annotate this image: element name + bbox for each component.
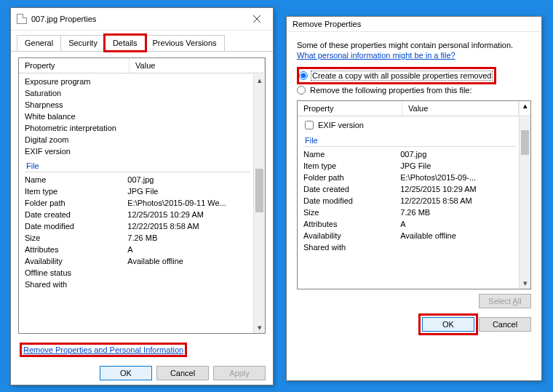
section-file: File [25, 159, 250, 172]
list-item[interactable]: Folder pathE:\Photos\2015-09-... [303, 172, 519, 183]
dialog-buttons: OK Cancel Apply [11, 361, 273, 386]
list-item[interactable]: AvailabilityAvailable offline [25, 255, 253, 267]
file-icon [17, 14, 27, 24]
close-icon [253, 15, 260, 23]
cancel-button[interactable]: Cancel [479, 317, 531, 332]
scroll-up-icon[interactable]: ▴ [254, 74, 265, 86]
cancel-button[interactable]: Cancel [156, 366, 209, 380]
list-body: EXIF version File Name007.jpg Item typeJ… [298, 117, 519, 289]
list-header: Property Value [19, 58, 265, 73]
titlebar: Remove Properties [287, 17, 541, 32]
list-item[interactable]: Size7.26 MB [25, 232, 253, 244]
titlebar: 007.jpg Properties [11, 8, 273, 31]
remove-properties-dialog: Remove Properties Some of these properti… [286, 16, 542, 381]
list-item[interactable]: Size7.26 MB [303, 207, 519, 218]
list-body: Exposure program Saturation Sharpness Wh… [19, 74, 253, 333]
scroll-thumb[interactable] [255, 169, 263, 212]
hint-text: Some of these properties might contain p… [297, 41, 531, 49]
radio-remove-following-label: Remove the following properties from thi… [309, 86, 472, 95]
col-property[interactable]: Property [19, 58, 130, 73]
properties-list: Property Value Exposure program Saturati… [18, 57, 266, 334]
remove-properties-link[interactable]: Remove Properties and Personal Informati… [23, 345, 183, 354]
list-item[interactable]: Name007.jpg [25, 174, 253, 185]
scroll-thumb[interactable] [521, 130, 529, 155]
tab-general[interactable]: General [17, 35, 61, 51]
col-value[interactable]: Value [130, 58, 265, 73]
list-item[interactable]: AttributesA [303, 218, 519, 230]
scroll-down-icon[interactable]: ▾ [254, 321, 265, 333]
tab-previous-versions[interactable]: Previous Versions [145, 35, 225, 51]
scroll-down-icon[interactable]: ▾ [520, 277, 530, 289]
col-property[interactable]: Property [298, 101, 402, 116]
list-item[interactable]: White balance [25, 111, 253, 122]
window-title: Remove Properties [293, 20, 361, 28]
select-all-button: Select All [479, 294, 531, 308]
col-value[interactable]: Value [402, 101, 519, 116]
list-item[interactable]: AttributesA [25, 244, 253, 255]
radio-create-copy-label: Create a copy with all possible properti… [311, 71, 493, 81]
radio-remove-following[interactable]: Remove the following properties from thi… [297, 84, 531, 96]
ok-button[interactable]: OK [422, 317, 474, 332]
scrollbar[interactable]: ▾ [519, 117, 530, 289]
exif-label: EXIF version [318, 121, 364, 129]
list-item[interactable]: AvailabilityAvailable offline [303, 230, 519, 241]
scrollbar[interactable]: ▴ ▾ [253, 74, 265, 333]
list-header: Property Value ▴ [298, 101, 530, 116]
radio-create-copy[interactable]: Create a copy with all possible properti… [299, 69, 493, 82]
list-item[interactable]: Date modified12/22/2015 8:58 AM [303, 195, 519, 207]
list-item[interactable]: Shared with [25, 279, 253, 290]
what-info-link[interactable]: What personal information might be in a … [297, 51, 455, 60]
list-item[interactable]: Date created12/25/2015 10:29 AM [25, 209, 253, 220]
list-item[interactable]: Photometric interpretation [25, 122, 253, 134]
window-title: 007.jpg Properties [31, 15, 96, 23]
list-item[interactable]: Item typeJPG File [25, 185, 253, 197]
apply-button: Apply [213, 366, 266, 380]
radio-create-copy-input[interactable] [299, 71, 308, 80]
close-button[interactable] [245, 11, 268, 27]
list-item[interactable]: Digital zoom [25, 134, 253, 145]
scroll-up-icon[interactable]: ▴ [519, 101, 530, 116]
list-item[interactable]: Saturation [25, 87, 253, 99]
list-item[interactable]: Item typeJPG File [303, 160, 519, 172]
list-item[interactable]: Shared with [303, 241, 519, 253]
list-item[interactable]: EXIF version [303, 119, 519, 132]
remove-list: Property Value ▴ EXIF version File Name0… [297, 100, 531, 289]
section-file: File [303, 133, 516, 147]
ok-button[interactable]: OK [100, 366, 152, 380]
list-item[interactable]: Name007.jpg [303, 148, 519, 160]
list-item[interactable]: Date created12/25/2015 10:29 AM [303, 183, 519, 195]
remove-link-row: Remove Properties and Personal Informati… [11, 340, 273, 361]
list-item[interactable]: Folder pathE:\Photos\2015-09-11 We... [25, 197, 253, 209]
list-item[interactable]: EXIF version [25, 145, 253, 157]
tab-security[interactable]: Security [60, 35, 106, 51]
list-item[interactable]: Sharpness [25, 99, 253, 111]
tab-details[interactable]: Details [105, 35, 146, 51]
list-item[interactable]: Exposure program [25, 76, 253, 87]
exif-checkbox[interactable] [305, 121, 314, 129]
list-item[interactable]: Offline status [25, 267, 253, 279]
properties-dialog: 007.jpg Properties General Security Deta… [10, 7, 274, 385]
tab-strip: General Security Details Previous Versio… [11, 31, 273, 52]
radio-remove-following-input[interactable] [297, 86, 306, 95]
list-item[interactable]: Date modified12/22/2015 8:58 AM [25, 220, 253, 232]
